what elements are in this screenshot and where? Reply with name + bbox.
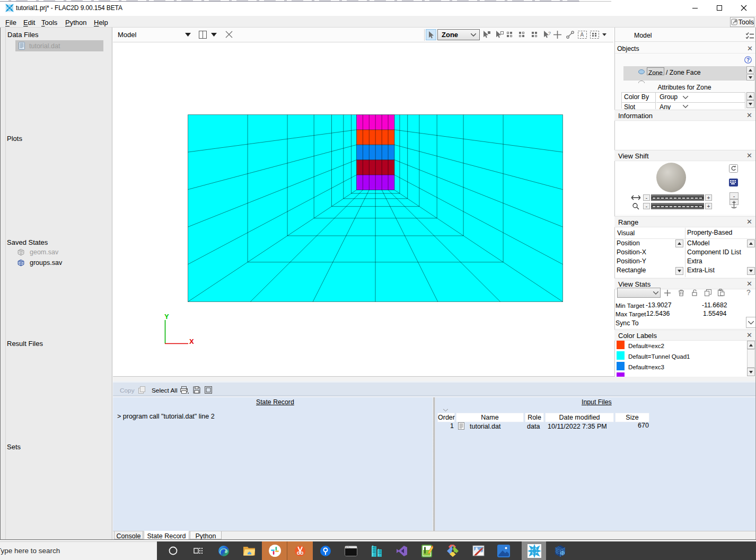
svg-text:Y: Y [164, 313, 169, 321]
svg-text:X: X [189, 337, 194, 345]
svg-text:?: ? [746, 57, 750, 63]
svg-text:A: A [581, 32, 584, 38]
svg-text:?: ? [548, 31, 551, 36]
svg-text:C:\_: C:\_ [346, 546, 350, 548]
